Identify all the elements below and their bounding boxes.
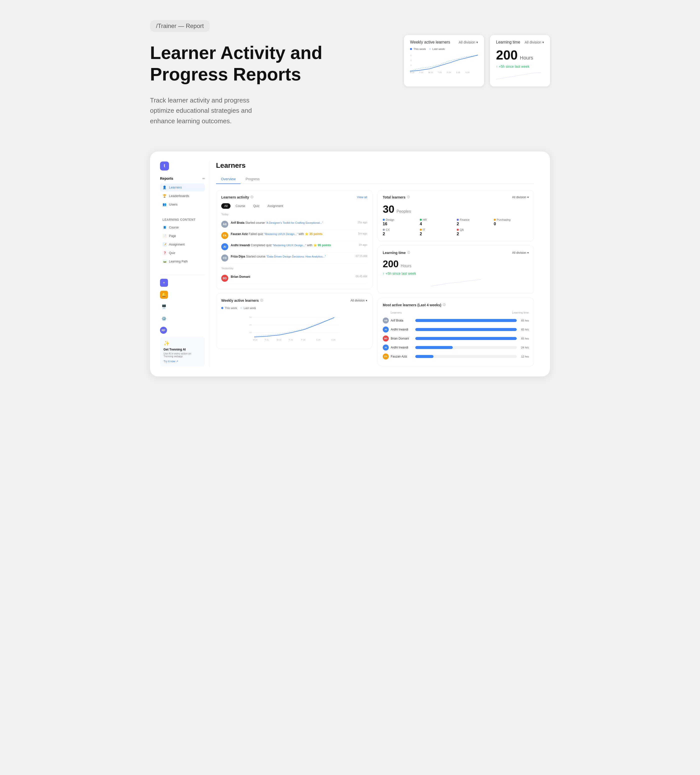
- hero-weekly-chart-filter[interactable]: All division ▾: [459, 40, 478, 44]
- ai-promo-card: ✨ Get Trenning AI Use AI in every action…: [160, 337, 205, 366]
- sidebar-reports-label: Reports ⇔: [160, 176, 205, 181]
- chevron-down-icon: ▾: [476, 40, 478, 44]
- dot-last-week: [240, 307, 242, 309]
- top-section: /Trainer — Report Learner Activity andPr…: [150, 20, 550, 126]
- users-icon: 👥: [163, 203, 166, 206]
- sidebar-item-learning-path[interactable]: 🛤️ Learning Path: [160, 258, 205, 266]
- avatar-fauzan: FA: [221, 232, 228, 239]
- filter-tab-assignment[interactable]: Assignment: [264, 203, 286, 209]
- view-all-link[interactable]: View all: [357, 196, 367, 199]
- chevron-down-icon: ▾: [542, 40, 544, 44]
- division-qa: QA 2: [457, 228, 492, 236]
- info-icon-3: ⓘ: [407, 195, 410, 199]
- sidebar-item-leaderboards[interactable]: 🏆 Leaderboards: [160, 192, 205, 200]
- page-icon: 📄: [163, 234, 167, 238]
- time-brian: 06:45 AM: [356, 275, 367, 278]
- division-cx: CX 2: [383, 228, 418, 236]
- dot-it: [420, 229, 422, 231]
- dot-design: [383, 219, 385, 221]
- learning-time-trend: ↑ +5h since last week: [383, 271, 529, 276]
- learner-bar-container-4: [415, 346, 517, 349]
- learning-time-card: Learning time ⓘ All division ▾ 200 Hours: [377, 246, 534, 294]
- main-content: Learners Overview Progress Learners acti…: [210, 161, 540, 366]
- user-avatar[interactable]: RF: [160, 327, 167, 334]
- weekly-chart-header: Weekly active learners ⓘ All division ▾: [221, 298, 367, 303]
- division-it: IT 2: [420, 228, 455, 236]
- learner-bar-4: [415, 346, 453, 349]
- svg-text:T 21: T 21: [265, 339, 269, 341]
- learning-time-title: Learning time ⓘ: [383, 251, 410, 255]
- learner-bar-2: [415, 328, 517, 331]
- learning-content-label: Learning content: [163, 218, 205, 221]
- activity-item-ardhi: AI Ardhi Irwandi Completed quiz "Masteri…: [221, 241, 367, 253]
- weekly-chart-filter[interactable]: All division ▾: [351, 299, 367, 302]
- hero-content: /Trainer — Report Learner Activity andPr…: [150, 20, 384, 126]
- ai-promo-button[interactable]: Try it now ↗: [163, 360, 201, 363]
- sidebar-logo: t: [160, 161, 169, 171]
- avatar-brian: BD: [221, 275, 228, 282]
- dot-finance: [457, 219, 459, 221]
- learner-avatar-4: AI: [383, 344, 389, 351]
- sidebar-item-page[interactable]: 📄 Page: [160, 232, 205, 240]
- activity-title: Learners activity ⓘ: [221, 195, 253, 199]
- notification-button[interactable]: 🔔: [160, 291, 168, 299]
- filter-tab-quiz[interactable]: Quiz: [250, 203, 263, 209]
- dashboard-card: t Reports ⇔ 👤 Learners 🏆 Leaderboards 👥 …: [150, 151, 550, 376]
- sidebar-item-learners[interactable]: 👤 Learners: [160, 183, 205, 191]
- sidebar-item-course[interactable]: 📘 Course: [160, 223, 205, 231]
- learner-time-2: 65 hrs: [519, 328, 529, 331]
- time-friza: 07:15 AM: [356, 254, 367, 258]
- hero-time-title: Learning time: [496, 40, 520, 45]
- activity-text-ardhi: Ardhi Irwandi Completed quiz "Mastering …: [231, 243, 356, 248]
- learning-time-filter[interactable]: All division ▾: [512, 251, 529, 254]
- filter-tab-all[interactable]: All: [221, 203, 231, 209]
- activity-item-friza: FD Friza Dipa Started course "Data-Drive…: [221, 253, 367, 264]
- time-fauzan: 5m ago: [358, 232, 367, 235]
- learning-path-icon: 🛤️: [163, 259, 167, 264]
- total-learners-filter[interactable]: All division ▾: [512, 196, 529, 199]
- info-icon-5: ⓘ: [443, 303, 446, 307]
- weekly-legend: This week Last week: [221, 306, 367, 309]
- activity-text-brian: Brian Domani: [231, 275, 353, 279]
- user-icon: 👤: [163, 186, 166, 190]
- tab-overview[interactable]: Overview: [216, 175, 241, 184]
- sidebar-item-users[interactable]: 👥 Users: [160, 201, 205, 208]
- weekly-chart-card: Weekly active learners ⓘ All division ▾: [216, 293, 372, 349]
- svg-text:W 22: W 22: [429, 71, 433, 73]
- settings-button[interactable]: ⚙️: [160, 315, 168, 323]
- info-icon-4: ⓘ: [407, 251, 410, 254]
- dot-purchasing: [494, 219, 496, 221]
- filter-tab-course[interactable]: Course: [233, 203, 248, 209]
- learner-name-1: Arif Brata: [391, 319, 413, 322]
- svg-text:S 26: S 26: [331, 339, 336, 341]
- dot-this-week: [221, 307, 223, 309]
- learner-time-4: 24 hrs: [519, 346, 529, 349]
- avatar-friza: FD: [221, 254, 228, 261]
- avatar-arif: AB: [221, 221, 228, 228]
- hero-weekly-chart-header: Weekly active learners All division ▾: [410, 40, 478, 45]
- learner-time-5: 12 hrs: [519, 355, 529, 358]
- activity-card: Learners activity ⓘ View all All Course …: [216, 190, 372, 289]
- monitor-button[interactable]: 🖥️: [160, 303, 168, 311]
- sidebar-item-assignment[interactable]: 📝 Assignment: [160, 241, 205, 248]
- total-learners-card: Total learners ⓘ All division ▾ 30 Peopl…: [377, 190, 534, 241]
- add-button[interactable]: +: [160, 279, 168, 287]
- avatar-ardhi: AI: [221, 243, 228, 250]
- sidebar: t Reports ⇔ 👤 Learners 🏆 Leaderboards 👥 …: [160, 161, 210, 366]
- dot-hr: [420, 219, 422, 221]
- learner-row-2: AI Ardhi Irwandi 65 hrs: [383, 325, 529, 334]
- trend-icon: ↑: [496, 65, 498, 68]
- time-ardhi: 1h ago: [359, 243, 367, 246]
- learner-row-1: AB Arif Brata 65 hrs: [383, 316, 529, 325]
- course-icon: 📘: [163, 225, 167, 230]
- tab-progress[interactable]: Progress: [241, 175, 264, 184]
- legend-last-week: Last week: [429, 48, 445, 50]
- sidebar-item-quiz[interactable]: ❓ Quiz: [160, 249, 205, 257]
- activity-item-arif: AB Arif Brata Started course "A Designer…: [221, 219, 367, 230]
- most-active-card: Most active learners (Last 4 weeks) ⓘ Le…: [377, 298, 534, 366]
- sidebar-collapse-icon[interactable]: ⇔: [202, 177, 205, 180]
- activity-item-fauzan: FA Fauzan Aziz Failed quiz "Mastering UI…: [221, 230, 367, 241]
- hero-time-filter[interactable]: All division ▾: [525, 40, 544, 44]
- hero-time-trend: ↑ +5h since last week: [496, 65, 544, 68]
- activity-filter-tabs: All Course Quiz Assignment: [221, 203, 367, 209]
